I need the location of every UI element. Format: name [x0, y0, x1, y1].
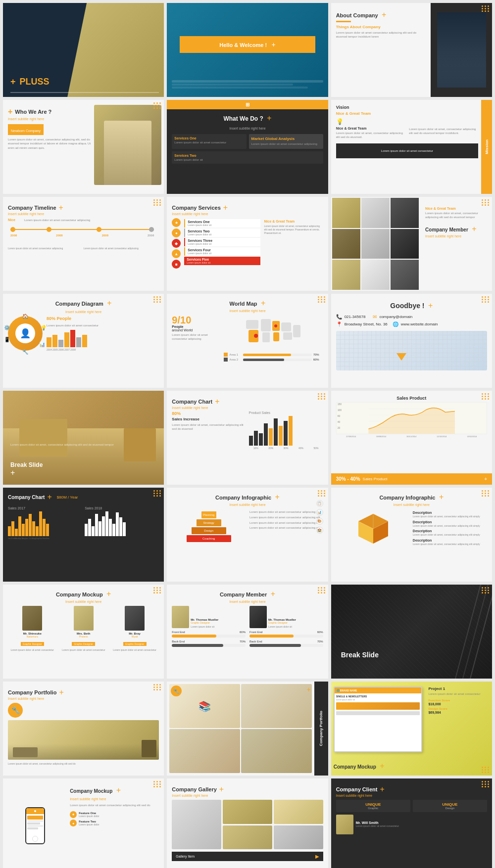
- gallery-title: Company Gallery: [172, 786, 216, 792]
- goodbye-phone: 021-345678: [345, 315, 366, 319]
- sales-dots: [482, 393, 490, 400]
- slide-worldmap: World Map + Insert subtitle right here 9…: [167, 294, 328, 388]
- member-dots: [482, 199, 490, 206]
- client-subtitle: Insert subtitle right here: [336, 794, 487, 797]
- svg-rect-5: [274, 332, 280, 341]
- svg-rect-6: [282, 322, 292, 331]
- about-title: About Company: [336, 12, 378, 18]
- infog1-title: Company Infographic: [215, 495, 271, 501]
- mission-label: Mission: [485, 139, 489, 154]
- slide-portfolio1: Company Portfolio + Insert subtitle righ…: [3, 682, 164, 776]
- portfolio2-label: Company Portfolio: [319, 711, 323, 746]
- diagram-subtitle: Insert subtitle right here: [8, 310, 159, 314]
- timeline-title: Company Timeline: [8, 205, 56, 211]
- brand-name: + PLUSS: [10, 77, 50, 87]
- map-dots: [318, 296, 326, 303]
- infog2-dots: [482, 490, 490, 497]
- what-subtitle: Insert subtitle right here: [172, 127, 323, 130]
- portfolio1-title: Company Portfolio: [8, 689, 56, 695]
- goodbye-web: www.website.domain: [401, 322, 438, 326]
- chart1-title: Company Chart: [172, 399, 212, 405]
- plus-icon: +: [10, 77, 16, 87]
- member2-title: Company Member: [220, 592, 267, 597]
- svg-rect-3: [263, 332, 270, 342]
- slide-infographic1: Company Infographic + Insert subtitle ri…: [167, 488, 328, 582]
- member2-dots: [318, 587, 326, 594]
- infog1-subtitle: Insert subtitle right here: [172, 503, 323, 506]
- mockup3-dots: [153, 781, 161, 787]
- slide-welcome: Hello & Welcome ! +: [167, 3, 328, 97]
- slide-gallery: Company Gallery + Insert subtitle right …: [167, 778, 328, 868]
- services-subtitle: Insert subtitle right here: [172, 212, 323, 216]
- slide-brand: + PLUSS: [3, 3, 164, 97]
- infog2-title: Company Infographic: [379, 495, 435, 501]
- who-title: Who We Are ?: [15, 109, 51, 115]
- slide-services: Company Services + Insert subtitle right…: [167, 197, 328, 291]
- slide-vision: Mission Vision Nice & Great Team 💡 Nice …: [331, 100, 492, 194]
- goodbye-address: Broadway Street, No. 36: [345, 322, 388, 326]
- svg-point-9: [254, 334, 258, 338]
- slide-saleschart: Sales Product 150: [331, 391, 492, 485]
- chart1-dots: [318, 393, 326, 400]
- slide-break1: Break Slide + Lorem ipsum dolor sit amet…: [3, 391, 164, 485]
- welcome-title: Hello & Welcome !: [219, 42, 267, 48]
- slide-mockup3: Company Mockup + Insert subtitle right h…: [3, 778, 164, 868]
- chart2-stat: $80M / Year: [57, 495, 78, 500]
- slide-goodbye: Goodbye ! + 📞 021-345678 ✉ company@domai…: [331, 294, 492, 388]
- svg-point-10: [275, 324, 278, 327]
- svg-rect-7: [284, 332, 293, 340]
- map-subtitle: Insert subtitle right here: [172, 309, 323, 313]
- member-subtitle: Insert subtitle right here: [425, 234, 487, 238]
- chart2-dots: [153, 490, 161, 497]
- slide-infographic2: Company Infographic + Insert subtitle ri…: [331, 488, 492, 582]
- slide-mockup1: Company Mockup + Insert subtitle right h…: [3, 585, 164, 679]
- what-title: What We Do ?: [223, 115, 263, 122]
- dots-tr2: [482, 102, 490, 109]
- mockup1-title: Company Mockup: [56, 592, 103, 597]
- slide-diagram: Company Diagram + Insert subtitle right …: [3, 294, 164, 388]
- slide-client: Company Client + Insert subtitle right h…: [331, 778, 492, 868]
- member-title: Company Member: [425, 227, 468, 232]
- client-dots: [482, 781, 490, 787]
- svg-rect-0: [247, 320, 259, 329]
- chart2-title: Company Chart: [8, 495, 45, 500]
- slide-member1: Nice & Great Team Lorem ipsum dolor sit …: [331, 197, 492, 291]
- services-title: Company Services: [172, 205, 220, 211]
- gallery-subtitle: Insert subtitle right here: [172, 794, 323, 797]
- slide-member2: Company Member + Insert subtitle right h…: [167, 585, 328, 679]
- goodbye-dots: [482, 296, 490, 303]
- slide-portfolio2: Company Portfolio 📚 🔧 +: [167, 682, 328, 776]
- saleschart-title2: Sales Product: [363, 477, 388, 481]
- chart1-subtitle: Insert subtitle right here: [172, 406, 323, 410]
- break2-title: Break Slide: [341, 651, 482, 659]
- mockup2-item1: Project 1: [428, 686, 490, 691]
- slide-break2: Break Slide: [331, 585, 492, 679]
- mockup2-val1: $18,000: [428, 702, 490, 706]
- client-title: Company Client: [336, 786, 378, 792]
- infog1-dots: [318, 490, 326, 497]
- member2-subtitle: Insert subtitle right here: [172, 600, 323, 603]
- mockup1-subtitle: Insert subtitle right here: [8, 600, 159, 603]
- infog2-subtitle: Insert subtitle right here: [336, 503, 487, 506]
- dots-tr: [153, 102, 161, 109]
- diagram-title: Company Diagram: [55, 301, 103, 307]
- mockup2-score1: Function Score: [428, 699, 490, 702]
- timeline-dots: [153, 199, 161, 206]
- map-title: World Map: [230, 301, 257, 307]
- slide-what: ⊞ What We Do ? + Insert subtitle right h…: [167, 100, 328, 194]
- slide-about: About Company + Things About Company Lor…: [331, 3, 492, 97]
- svg-rect-2: [261, 319, 271, 331]
- slide-grid: + PLUSS Hello & Welcome ! +: [0, 0, 495, 868]
- plus-decor: +: [272, 41, 276, 48]
- goodbye-title: Goodbye !: [390, 302, 424, 310]
- mockup2-dots: [482, 767, 490, 773]
- mockup3-subtitle: Insert subtitle right here: [70, 797, 159, 801]
- diagram-dots: [153, 296, 161, 303]
- mockup2-title: Company Mockup: [334, 764, 376, 770]
- break2-dots: [482, 587, 490, 594]
- mockup2-val2: $69,984: [428, 711, 490, 714]
- slide-chart1: Company Chart + Insert subtitle right he…: [167, 391, 328, 485]
- mockup1-dots: [153, 587, 161, 594]
- client-member: Mr. Will Smith: [356, 821, 399, 824]
- svg-rect-8: [294, 325, 301, 337]
